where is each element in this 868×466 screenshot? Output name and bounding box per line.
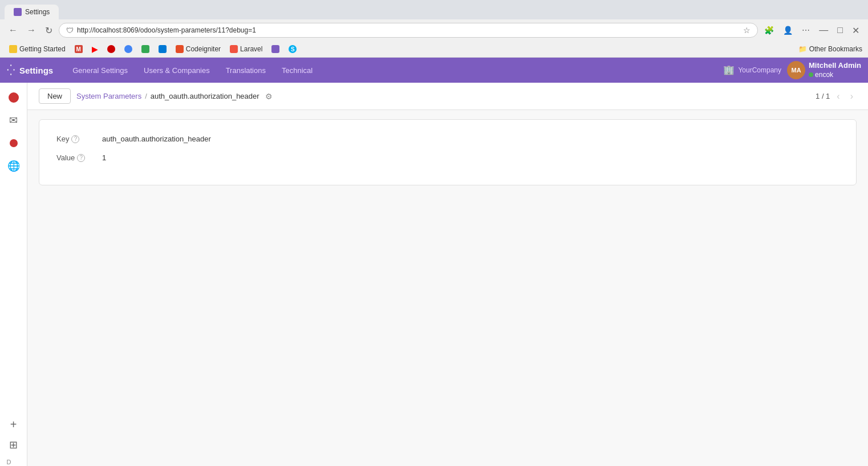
value-help-icon[interactable]: ? xyxy=(77,154,85,162)
plus-icon: + xyxy=(10,418,17,431)
pagination-next-button[interactable]: › xyxy=(847,90,857,103)
company-info[interactable]: 🏢 YourCompany xyxy=(723,64,781,75)
sidebar-label-d: D xyxy=(3,455,24,466)
minimize-button[interactable]: — xyxy=(816,24,831,37)
bookmark-blue[interactable] xyxy=(155,44,170,54)
bookmark-favicon: M xyxy=(75,45,83,53)
browser-nav-bar: ← → ↻ 🛡 ☆ 🧩 👤 ⋯ — □ ✕ xyxy=(0,19,868,41)
extensions-button[interactable]: 🧩 xyxy=(761,25,777,36)
key-label: Key ? xyxy=(56,133,102,143)
breadcrumb-current: auth_oauth.authorization_header xyxy=(151,92,259,100)
maximize-button[interactable]: □ xyxy=(834,24,846,37)
other-bookmarks[interactable]: 📁 Other Bookmarks xyxy=(798,45,862,53)
globe-icon: 🌐 xyxy=(7,160,20,172)
bookmark-favicon xyxy=(176,45,184,53)
user-company: encok xyxy=(815,71,833,80)
address-bar[interactable]: 🛡 ☆ xyxy=(59,23,758,38)
bookmark-favicon: S xyxy=(289,45,297,53)
user-info: Mitchell Admin encok xyxy=(809,61,861,79)
username: Mitchell Admin xyxy=(809,61,861,71)
user-avatar: MA xyxy=(787,61,805,79)
sidebar-icon-mail[interactable]: ✉ xyxy=(3,110,24,131)
record-toolbar: New System Parameters / auth_oauth.autho… xyxy=(27,83,868,110)
sidebar-icon-dot[interactable] xyxy=(3,133,24,153)
sidebar-icon-plus[interactable]: + xyxy=(3,414,24,435)
pagination: 1 / 1 ‹ › xyxy=(816,90,857,103)
breadcrumb-separator: / xyxy=(145,92,147,100)
bookmark-favicon xyxy=(141,45,149,53)
nav-right: 🏢 YourCompany MA Mitchell Admin encok xyxy=(723,61,861,79)
bookmark-maps[interactable] xyxy=(121,44,136,54)
close-button[interactable]: ✕ xyxy=(849,24,862,37)
nav-reload-button[interactable]: ↻ xyxy=(42,24,55,37)
sidebar: ✉ 🌐 + ⊞ D xyxy=(0,83,27,466)
nav-translations[interactable]: Translations xyxy=(218,58,274,83)
bookmark-green[interactable] xyxy=(138,44,153,54)
form-row-value: Value ? 1 xyxy=(56,152,839,162)
bookmark-favicon xyxy=(107,45,115,53)
key-value: auth_oauth.authorization_header xyxy=(102,133,211,143)
tab-title: Settings xyxy=(25,8,50,16)
bookmark-purple[interactable] xyxy=(268,44,283,54)
bookmark-skype[interactable]: S xyxy=(285,44,300,54)
user-menu[interactable]: MA Mitchell Admin encok xyxy=(787,61,861,79)
nav-users-companies[interactable]: Users & Companies xyxy=(136,58,218,83)
new-button[interactable]: New xyxy=(39,88,71,104)
layout-icon: ⊞ xyxy=(9,439,18,451)
key-help-icon[interactable]: ? xyxy=(71,135,79,143)
status-dot xyxy=(809,72,813,77)
company-name: YourCompany xyxy=(738,66,781,74)
grid-icon[interactable]: ⁛ xyxy=(7,64,15,76)
mail-icon: ✉ xyxy=(9,114,18,127)
star-icon: ☆ xyxy=(743,26,751,35)
value-label: Value ? xyxy=(56,152,102,162)
nav-back-button[interactable]: ← xyxy=(6,24,21,37)
bookmark-favicon xyxy=(271,45,279,53)
main-content: New System Parameters / auth_oauth.autho… xyxy=(27,83,868,466)
gear-icon[interactable]: ⚙ xyxy=(265,92,273,101)
odoo-app: ⁛ Settings General Settings Users & Comp… xyxy=(0,58,868,466)
value-value: 1 xyxy=(102,152,106,162)
browser-chrome: Settings ← → ↻ 🛡 ☆ 🧩 👤 ⋯ — □ ✕ Getting S… xyxy=(0,0,868,58)
avatar-initials: MA xyxy=(791,67,801,74)
youtube-icon: ▶ xyxy=(92,44,98,54)
bookmark-youtube[interactable]: ▶ xyxy=(88,43,102,55)
bookmark-getting-started[interactable]: Getting Started xyxy=(6,44,69,54)
sidebar-icon-globe[interactable]: 🌐 xyxy=(3,156,24,176)
nav-general-settings[interactable]: General Settings xyxy=(64,58,136,83)
app-name[interactable]: Settings xyxy=(19,66,53,75)
nav-forward-button[interactable]: → xyxy=(24,24,39,37)
bookmark-label: Getting Started xyxy=(19,45,66,53)
company-tag: encok xyxy=(809,71,861,80)
nav-technical[interactable]: Technical xyxy=(274,58,321,83)
bookmark-favicon xyxy=(230,45,238,53)
profile-button[interactable]: 👤 xyxy=(780,25,796,36)
more-button[interactable]: ⋯ xyxy=(799,25,813,36)
browser-tab[interactable]: Settings xyxy=(5,5,59,19)
shield-icon: 🛡 xyxy=(66,26,74,35)
bookmark-favicon xyxy=(159,45,167,53)
tab-bar: Settings xyxy=(0,0,868,19)
form-container: Key ? auth_oauth.authorization_header Va… xyxy=(39,119,857,185)
sidebar-icon-layout[interactable]: ⊞ xyxy=(3,435,24,455)
pagination-prev-button[interactable]: ‹ xyxy=(833,90,843,103)
bookmark-red1[interactable] xyxy=(104,44,119,54)
pagination-text: 1 / 1 xyxy=(816,92,830,100)
dot-icon xyxy=(10,139,18,147)
url-input[interactable] xyxy=(77,26,740,34)
bookmark-mail[interactable]: M xyxy=(71,44,86,54)
sidebar-bottom: + ⊞ D xyxy=(3,414,24,466)
content-area: ✉ 🌐 + ⊞ D New xyxy=(0,83,868,466)
bookmarks-folder-icon: 📁 xyxy=(798,45,807,53)
bookmark-label: Codeigniter xyxy=(186,45,221,53)
bookmark-favicon xyxy=(9,45,17,53)
bookmark-laravel[interactable]: Laravel xyxy=(226,44,266,54)
bookmark-codeigniter[interactable]: Codeigniter xyxy=(172,44,224,54)
sidebar-icon-circle[interactable] xyxy=(3,87,24,108)
bookmarks-bar: Getting Started M ▶ Codeigniter Larave xyxy=(0,41,868,58)
bookmark-favicon xyxy=(124,45,132,53)
circle-icon xyxy=(9,92,19,103)
bookmark-label: Laravel xyxy=(240,45,262,53)
tab-favicon xyxy=(14,8,22,16)
breadcrumb-parent-link[interactable]: System Parameters xyxy=(76,92,141,100)
